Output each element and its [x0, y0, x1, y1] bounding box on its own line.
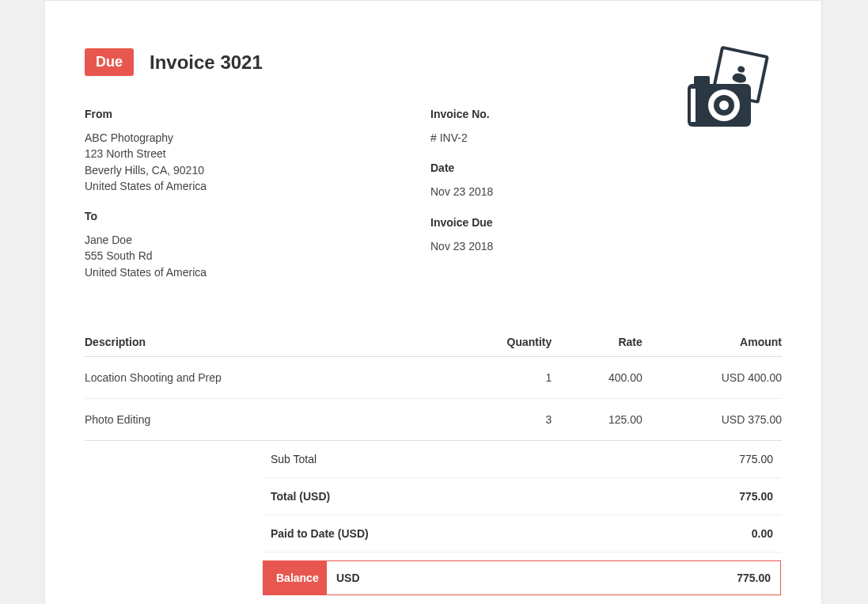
invoice-no-label: Invoice No. — [430, 108, 668, 120]
subtotal-label: Sub Total — [271, 453, 316, 465]
invoice-no-value: # INV-2 — [430, 130, 668, 146]
svg-point-6 — [719, 101, 729, 110]
item-rate: 125.00 — [552, 399, 642, 441]
from-country: United States of America — [85, 178, 430, 194]
from-line1: 123 North Street — [85, 146, 430, 161]
balance-row: Balance USD 775.00 — [263, 560, 781, 595]
total-label: Total (USD) — [271, 490, 330, 503]
company-logo — [683, 44, 782, 131]
from-name: ABC Photography — [85, 130, 430, 146]
from-block: From ABC Photography 123 North Street Be… — [85, 108, 430, 194]
balance-label: Balance — [263, 561, 327, 595]
col-description: Description — [85, 328, 468, 357]
to-name: Jane Doe — [85, 232, 430, 248]
balance-currency: USD — [327, 561, 370, 595]
to-country: United States of America — [85, 264, 430, 280]
due-block: Invoice Due Nov 23 2018 — [430, 216, 668, 254]
status-badge: Due — [85, 48, 134, 76]
item-amount: USD 375.00 — [642, 399, 782, 441]
item-description: Location Shooting and Prep — [85, 357, 468, 399]
paid-value: 0.00 — [752, 527, 773, 540]
subtotal-value: 775.00 — [739, 453, 773, 465]
svg-rect-3 — [691, 89, 696, 122]
total-row: Total (USD) 775.00 — [263, 478, 781, 515]
col-amount: Amount — [642, 328, 782, 357]
item-quantity: 1 — [468, 357, 552, 399]
to-block: To Jane Doe 555 South Rd United States o… — [85, 210, 430, 280]
date-value: Nov 23 2018 — [430, 184, 668, 199]
table-row: Location Shooting and Prep 1 400.00 USD … — [85, 357, 782, 399]
line-items-table: Description Quantity Rate Amount Locatio… — [85, 328, 782, 441]
totals-section: Sub Total 775.00 Total (USD) 775.00 Paid… — [263, 441, 781, 595]
table-row: Photo Editing 3 125.00 USD 375.00 — [85, 399, 782, 441]
due-label: Invoice Due — [430, 216, 668, 229]
date-label: Date — [430, 161, 668, 174]
date-block: Date Nov 23 2018 — [430, 161, 668, 199]
invoice-header: Due Invoice 3021 — [85, 48, 782, 76]
to-line1: 555 South Rd — [85, 248, 430, 264]
due-value: Nov 23 2018 — [430, 238, 668, 254]
col-quantity: Quantity — [468, 328, 552, 357]
from-line2: Beverly Hills, CA, 90210 — [85, 162, 430, 178]
col-rate: Rate — [552, 328, 642, 357]
invoice-no-block: Invoice No. # INV-2 — [430, 108, 668, 146]
item-quantity: 3 — [468, 399, 552, 441]
paid-label: Paid to Date (USD) — [271, 527, 369, 540]
from-label: From — [85, 108, 430, 120]
item-rate: 400.00 — [552, 357, 642, 399]
balance-amount: 775.00 — [727, 561, 780, 595]
subtotal-row: Sub Total 775.00 — [263, 441, 781, 478]
item-description: Photo Editing — [85, 399, 468, 441]
camera-icon — [683, 44, 782, 131]
paid-row: Paid to Date (USD) 0.00 — [263, 515, 781, 553]
invoice-card: Due Invoice 3021 — [44, 0, 822, 604]
total-value: 775.00 — [739, 490, 773, 503]
item-amount: USD 400.00 — [642, 357, 782, 399]
invoice-title: Invoice 3021 — [150, 51, 263, 74]
to-label: To — [85, 210, 430, 222]
svg-rect-2 — [694, 76, 710, 85]
